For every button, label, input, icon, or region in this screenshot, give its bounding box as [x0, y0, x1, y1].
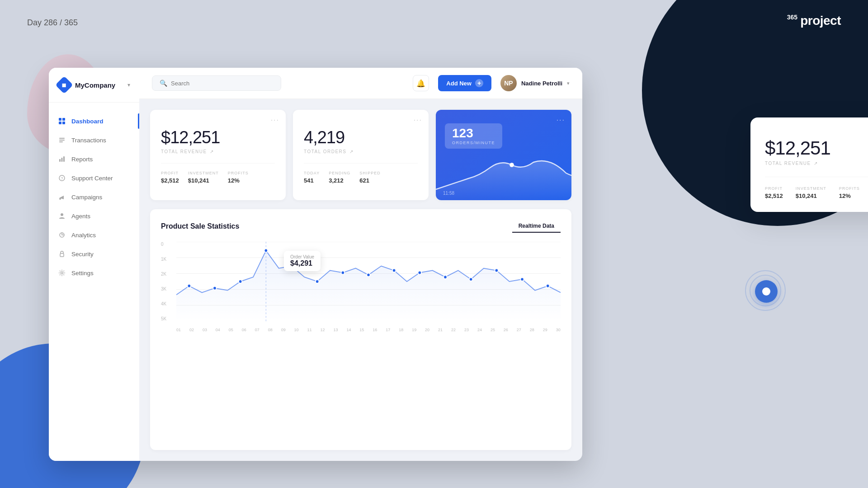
orders-badge: 123 ORDERS/MINUTE: [445, 123, 502, 149]
support-icon: ?: [58, 174, 66, 182]
floating-profit-value: $2,512: [765, 192, 783, 199]
line-chart: 5K 4K 3K 2K 1K 0: [161, 242, 561, 332]
svg-rect-3: [62, 122, 65, 124]
sidebar-item-reports[interactable]: Reports: [49, 150, 139, 169]
profits-item: PROFITS 12%: [228, 171, 249, 184]
x-label: 14: [346, 328, 351, 332]
orders-value: 4,219: [304, 128, 418, 147]
orders-card-menu[interactable]: ···: [414, 116, 422, 124]
x-label: 26: [504, 328, 508, 332]
revenue-label: TOTAL REVENUE ↗: [161, 149, 275, 154]
svg-point-16: [61, 272, 63, 274]
chart-area: Order Value $4,291: [176, 242, 561, 321]
x-label: 18: [399, 328, 403, 332]
profit-value: $2,512: [161, 177, 179, 184]
x-label: 11: [307, 328, 312, 332]
brand-chevron-icon: ▾: [127, 82, 130, 88]
y-label: 5K: [161, 316, 174, 321]
user-chevron-icon: ▾: [567, 80, 570, 86]
sidebar-item-security[interactable]: Security: [49, 244, 139, 263]
floating-profits-item: PROFITS 12%: [839, 186, 860, 199]
search-input[interactable]: [171, 80, 274, 87]
svg-point-31: [392, 269, 396, 272]
x-label: 27: [517, 328, 521, 332]
app-header: 🔍 🔔 Add New + NP Nadine Petrolli ▾: [139, 68, 582, 99]
x-label: 03: [203, 328, 207, 332]
svg-rect-1: [62, 118, 65, 121]
notification-button[interactable]: 🔔: [413, 75, 429, 91]
x-label: 02: [189, 328, 194, 332]
logo-365: 365: [787, 14, 797, 21]
y-label: 0: [161, 242, 174, 247]
x-label: 19: [412, 328, 416, 332]
x-label: 20: [425, 328, 429, 332]
sidebar-item-label: Analytics: [71, 232, 96, 239]
sidebar-item-campaigns[interactable]: Campaigns: [49, 188, 139, 206]
sidebar-brand[interactable]: ◆ MyCompany ▾: [49, 68, 139, 103]
x-label: 29: [543, 328, 547, 332]
sidebar-item-settings[interactable]: Settings: [49, 263, 139, 282]
svg-point-36: [520, 277, 524, 281]
x-label: 16: [373, 328, 377, 332]
campaigns-icon: [58, 193, 66, 201]
today-item: TODAY 541: [304, 171, 320, 184]
svg-rect-0: [59, 118, 61, 121]
floating-investment-label: INVESTMENT: [796, 186, 826, 191]
svg-rect-6: [59, 141, 63, 142]
sidebar-item-label: Support Center: [71, 175, 113, 182]
sidebar-item-label: Security: [71, 251, 94, 258]
sidebar-item-support[interactable]: ? Support Center: [49, 169, 139, 188]
search-box[interactable]: 🔍: [152, 75, 281, 91]
sidebar-item-agents[interactable]: Agents: [49, 206, 139, 225]
floating-profits-label: PROFITS: [839, 186, 860, 191]
realtime-card-menu[interactable]: ···: [557, 116, 565, 124]
sidebar-item-transactions[interactable]: Transactions: [49, 131, 139, 150]
svg-rect-4: [59, 138, 65, 139]
logo-name: project: [800, 14, 841, 28]
svg-point-12: [59, 198, 61, 200]
tooltip-value: $4,291: [290, 259, 314, 267]
x-label: 07: [255, 328, 259, 332]
x-label: 23: [464, 328, 469, 332]
avatar: NP: [500, 75, 517, 91]
floating-investment-item: INVESTMENT $10,241: [796, 186, 826, 199]
profit-item: PROFIT $2,512: [161, 171, 179, 184]
chart-tabs: Realtime Data: [512, 220, 561, 233]
floating-profits-value: 12%: [839, 192, 860, 199]
y-label: 2K: [161, 272, 174, 277]
brand-icon: ◆: [55, 76, 73, 94]
floating-investment-value: $10,241: [796, 192, 826, 199]
realtime-card: ··· 123 ORDERS/MINUTE: [436, 110, 571, 200]
chart-x-labels: 01 02 03 04 05 06 07 08 09 10 11 12 13 1…: [176, 328, 561, 332]
sidebar-item-label: Transactions: [71, 137, 106, 144]
blue-dot-button[interactable]: [755, 280, 778, 303]
svg-rect-7: [59, 159, 61, 162]
user-area[interactable]: NP Nadine Petrolli ▾: [500, 75, 570, 91]
today-label: TODAY: [304, 171, 320, 175]
x-label: 05: [229, 328, 233, 332]
external-link-icon: ↗: [814, 161, 818, 166]
sidebar-item-dashboard[interactable]: Dashboard: [49, 112, 139, 131]
svg-rect-8: [61, 158, 63, 162]
revenue-card-menu[interactable]: ···: [271, 116, 279, 124]
top-bar: Day 286 / 365 365 project: [0, 0, 868, 59]
svg-point-37: [546, 284, 550, 288]
y-label: 3K: [161, 286, 174, 291]
x-label: 13: [333, 328, 338, 332]
transactions-icon: [58, 136, 66, 144]
add-new-button[interactable]: Add New +: [438, 75, 491, 91]
floating-revenue-value: $12,251: [765, 137, 868, 159]
chart-title: Product Sale Statistics: [161, 222, 239, 230]
profits-label: PROFITS: [228, 171, 249, 175]
chart-section: Product Sale Statistics Realtime Data 5K…: [150, 209, 571, 450]
chart-tab-realtime[interactable]: Realtime Data: [512, 220, 561, 233]
dashboard-content: ··· $12,251 TOTAL REVENUE ↗ PROFIT $2,51…: [139, 99, 582, 461]
sidebar-item-analytics[interactable]: Analytics: [49, 225, 139, 244]
profits-value: 12%: [228, 177, 249, 184]
sidebar-nav: Dashboard Transactions: [49, 103, 139, 461]
pending-value: 3,212: [329, 177, 350, 184]
reports-icon: [58, 155, 66, 163]
search-icon: 🔍: [160, 80, 167, 87]
x-label: 08: [268, 328, 273, 332]
svg-point-24: [213, 286, 217, 290]
